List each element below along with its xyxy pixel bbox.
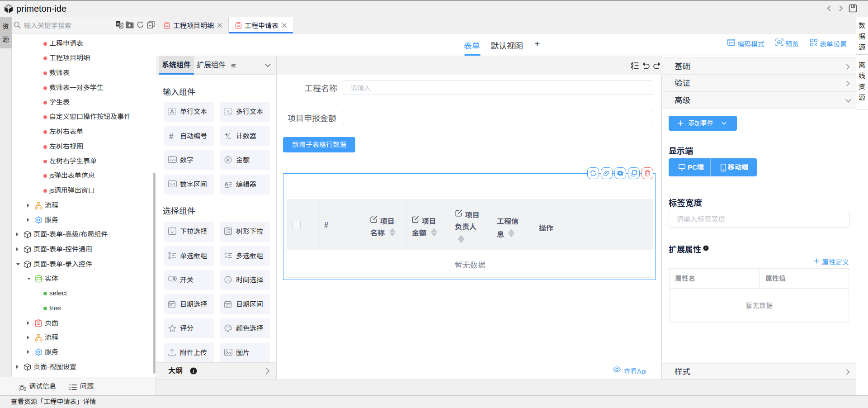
- svg-text:1~3: 1~3: [170, 182, 175, 186]
- svg-text:A: A: [224, 181, 229, 188]
- svg-text:123: 123: [170, 158, 176, 162]
- svg-text:in: in: [117, 22, 119, 25]
- svg-text:#: #: [169, 132, 174, 140]
- svg-text:A: A: [170, 109, 174, 115]
- svg-text:¥: ¥: [226, 157, 230, 163]
- svg-text:A: A: [226, 109, 229, 114]
- svg-text:i: i: [193, 369, 194, 374]
